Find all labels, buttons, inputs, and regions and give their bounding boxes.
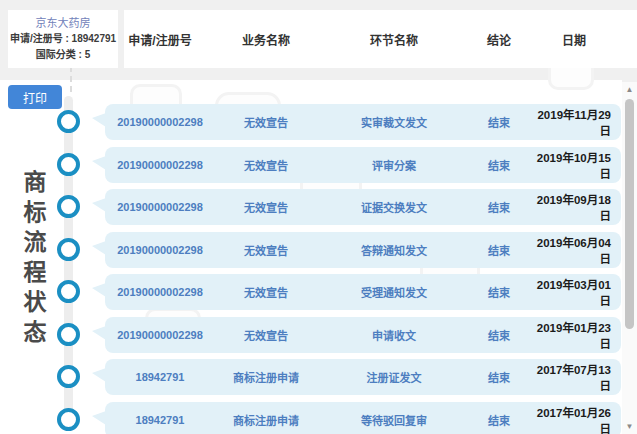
- status-timeline-list: 20190000002298 无效宣告 实审裁文发文 结束 2019年11月29…: [105, 104, 621, 434]
- row-reg-no[interactable]: 20190000002298: [105, 329, 215, 341]
- table-row: 20190000002298 无效宣告 受理通知发文 结束 2019年03月01…: [105, 274, 621, 310]
- row-date: 2019年01月23日: [527, 319, 621, 351]
- row-business: 无效宣告: [215, 199, 317, 215]
- row-business: 无效宣告: [215, 242, 317, 258]
- timeline-node-icon: [57, 365, 80, 388]
- row-step: 注册证发文: [317, 369, 471, 385]
- row-reg-no[interactable]: 20190000002298: [105, 244, 215, 256]
- timeline-node-icon: [57, 323, 80, 346]
- row-business: 无效宣告: [215, 327, 317, 343]
- row-result: 结束: [471, 369, 527, 385]
- row-result: 结束: [471, 157, 527, 173]
- status-bubble: 20190000002298 无效宣告 申请收文 结束 2019年01月23日: [105, 317, 621, 353]
- row-result: 结束: [471, 327, 527, 343]
- row-date: 2017年01月26日: [527, 404, 621, 434]
- row-reg-no[interactable]: 18942791: [105, 414, 215, 426]
- scroll-up-icon[interactable]: ▲: [622, 85, 637, 94]
- timeline-node-icon: [57, 280, 80, 303]
- row-reg-no[interactable]: 20190000002298: [105, 116, 215, 128]
- page-title-vertical: 商标流程状态: [16, 170, 50, 350]
- international-class-line: 国际分类 : 5: [8, 47, 118, 63]
- row-step: 等待驳回复审: [317, 412, 471, 428]
- column-header-result: 结论: [471, 31, 527, 48]
- status-bubble: 20190000002298 无效宣告 受理通知发文 结束 2019年03月01…: [105, 274, 621, 310]
- table-header-row: 申请/注册号 业务名称 环节名称 结论 日期: [105, 10, 621, 68]
- registration-number-line: 申请/注册号 : 18942791: [8, 31, 118, 47]
- row-result: 结束: [471, 284, 527, 300]
- scroll-down-icon[interactable]: ▼: [622, 422, 637, 431]
- table-row: 18942791 商标注册申请 注册证发文 结束 2017年07月13日: [105, 359, 621, 395]
- row-result: 结束: [471, 412, 527, 428]
- table-row: 20190000002298 无效宣告 申请收文 结束 2019年01月23日: [105, 317, 621, 353]
- row-reg-no[interactable]: 20190000002298: [105, 201, 215, 213]
- column-header-step: 环节名称: [317, 31, 471, 48]
- row-reg-no[interactable]: 20190000002298: [105, 159, 215, 171]
- status-bubble: 18942791 商标注册申请 注册证发文 结束 2017年07月13日: [105, 359, 621, 395]
- row-date: 2019年03月01日: [527, 276, 621, 308]
- timeline-node-icon: [57, 408, 80, 431]
- row-business: 无效宣告: [215, 284, 317, 300]
- print-button[interactable]: 打印: [8, 85, 62, 109]
- status-bubble: 20190000002298 无效宣告 评审分案 结束 2019年10月15日: [105, 147, 621, 183]
- row-date: 2019年11月29日: [527, 106, 621, 138]
- status-bubble: 20190000002298 无效宣告 答辩通知发文 结束 2019年06月04…: [105, 232, 621, 268]
- trademark-info-card: 京东大药房 申请/注册号 : 18942791 国际分类 : 5: [8, 10, 118, 68]
- timeline-node-icon: [57, 153, 80, 176]
- row-step: 申请收文: [317, 327, 471, 343]
- row-reg-no[interactable]: 20190000002298: [105, 286, 215, 298]
- column-header-date: 日期: [527, 31, 621, 48]
- row-step: 实审裁文发文: [317, 114, 471, 130]
- row-step: 证据交换发文: [317, 199, 471, 215]
- status-bubble: 18942791 商标注册申请 等待驳回复审 结束 2017年01月26日: [105, 402, 621, 434]
- row-business: 商标注册申请: [215, 369, 317, 385]
- timeline-node-icon: [57, 238, 80, 261]
- row-date: 2017年07月13日: [527, 361, 621, 393]
- row-business: 无效宣告: [215, 114, 317, 130]
- row-result: 结束: [471, 242, 527, 258]
- scrollbar-thumb[interactable]: [625, 99, 634, 329]
- row-step: 评审分案: [317, 157, 471, 173]
- timeline-node-icon: [57, 110, 80, 133]
- table-row: 18942791 商标注册申请 等待驳回复审 结束 2017年01月26日: [105, 402, 621, 434]
- row-reg-no[interactable]: 18942791: [105, 371, 215, 383]
- table-row: 20190000002298 无效宣告 证据交换发文 结束 2019年09月18…: [105, 189, 621, 225]
- timeline-node-icon: [57, 195, 80, 218]
- timeline-track-dash: [70, 66, 72, 92]
- row-date: 2019年06月04日: [527, 234, 621, 266]
- row-business: 无效宣告: [215, 157, 317, 173]
- status-bubble: 20190000002298 无效宣告 实审裁文发文 结束 2019年11月29…: [105, 104, 621, 140]
- row-result: 结束: [471, 114, 527, 130]
- column-header-reg-no: 申请/注册号: [105, 31, 215, 48]
- row-date: 2019年09月18日: [527, 191, 621, 223]
- vertical-scrollbar[interactable]: ▲ ▼: [622, 82, 637, 434]
- table-row: 20190000002298 无效宣告 评审分案 结束 2019年10月15日: [105, 147, 621, 183]
- row-result: 结束: [471, 199, 527, 215]
- column-header-business: 业务名称: [215, 31, 317, 48]
- row-date: 2019年10月15日: [527, 149, 621, 181]
- table-row: 20190000002298 无效宣告 答辩通知发文 结束 2019年06月04…: [105, 232, 621, 268]
- row-step: 答辩通知发文: [317, 242, 471, 258]
- row-step: 受理通知发文: [317, 284, 471, 300]
- table-row: 20190000002298 无效宣告 实审裁文发文 结束 2019年11月29…: [105, 104, 621, 140]
- row-business: 商标注册申请: [215, 412, 317, 428]
- trademark-name-link[interactable]: 京东大药房: [8, 15, 118, 31]
- status-bubble: 20190000002298 无效宣告 证据交换发文 结束 2019年09月18…: [105, 189, 621, 225]
